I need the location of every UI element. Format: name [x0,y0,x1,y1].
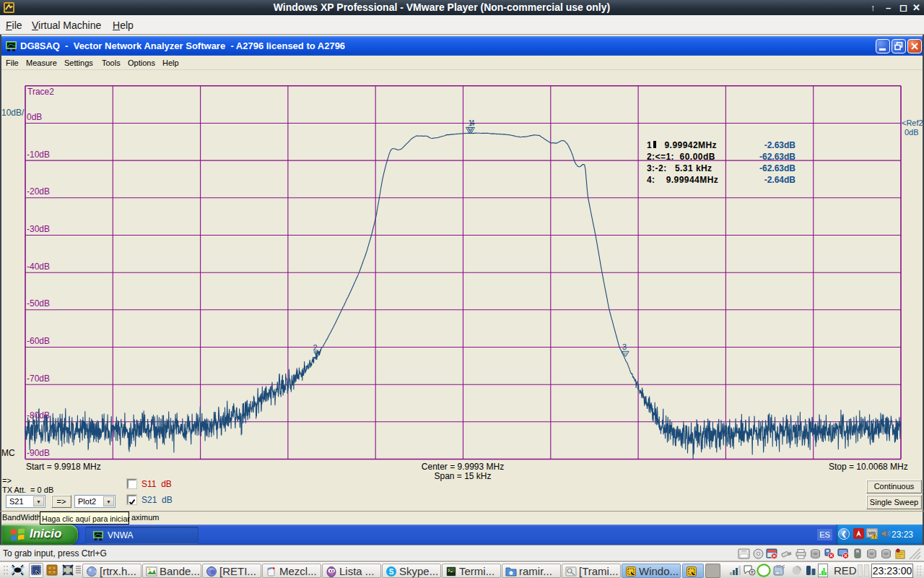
svg-text:!: ! [873,534,875,539]
svg-text:S: S [389,568,394,576]
